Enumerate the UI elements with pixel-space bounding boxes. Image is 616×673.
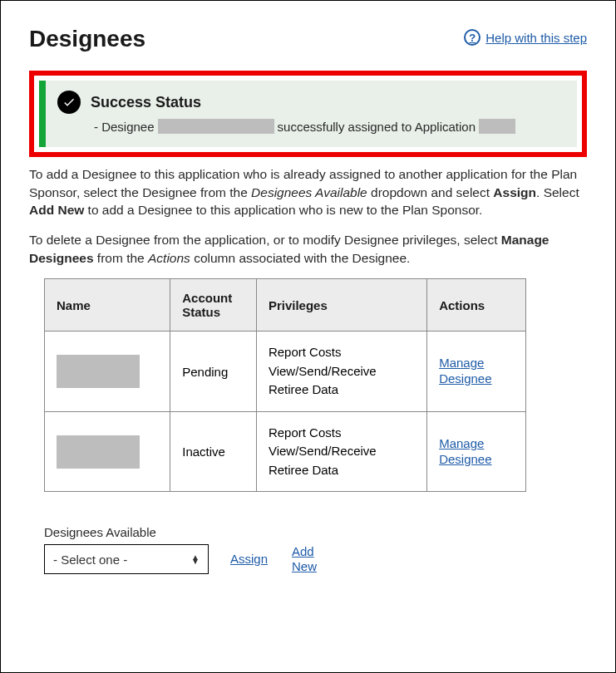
table-row: Inactive Report Costs View/Send/Receive … bbox=[45, 411, 526, 492]
add-new-link[interactable]: Add New bbox=[292, 544, 332, 574]
cell-actions: Manage Designee bbox=[427, 411, 526, 492]
redacted-name bbox=[57, 355, 140, 388]
designees-available: Designees Available - Select one - ▲▼ As… bbox=[44, 525, 587, 574]
redacted-designee-name bbox=[158, 119, 274, 134]
cell-actions: Manage Designee bbox=[427, 332, 526, 412]
table-head: Name Account Status Privileges Actions bbox=[45, 279, 526, 332]
table-header-row: Name Account Status Privileges Actions bbox=[45, 279, 526, 332]
col-actions: Actions bbox=[427, 279, 526, 332]
available-row: - Select one - ▲▼ Assign Add New bbox=[44, 544, 587, 574]
available-select[interactable]: - Select one - ▲▼ bbox=[44, 544, 209, 574]
help-link-label: Help with this step bbox=[485, 31, 587, 45]
col-name: Name bbox=[45, 279, 170, 332]
instructions: To add a Designee to this application wh… bbox=[29, 165, 587, 267]
select-placeholder: - Select one - bbox=[53, 553, 127, 567]
cell-name bbox=[45, 332, 170, 412]
table-row: Pending Report Costs View/Send/Receive R… bbox=[45, 332, 526, 412]
col-status: Account Status bbox=[170, 279, 257, 332]
redacted-name bbox=[57, 435, 140, 469]
success-head: Success Status bbox=[57, 91, 565, 114]
page-title: Designees bbox=[29, 26, 145, 52]
success-title: Success Status bbox=[91, 94, 201, 111]
chevron-updown-icon: ▲▼ bbox=[191, 555, 200, 563]
available-label: Designees Available bbox=[44, 525, 587, 539]
col-privileges: Privileges bbox=[256, 279, 426, 332]
cell-status: Inactive bbox=[170, 411, 257, 492]
cell-privileges: Report Costs View/Send/Receive Retiree D… bbox=[256, 332, 426, 412]
instructions-para1: To add a Designee to this application wh… bbox=[29, 165, 587, 219]
help-icon: ? bbox=[464, 29, 480, 46]
success-msg-mid: successfully assigned to Application bbox=[278, 120, 476, 134]
designees-table: Name Account Status Privileges Actions P… bbox=[44, 278, 526, 492]
header-row: Designees ? Help with this step bbox=[29, 21, 587, 52]
manage-designee-link[interactable]: Manage Designee bbox=[439, 356, 514, 387]
success-highlight: Success Status - Designee successfully a… bbox=[29, 71, 587, 157]
cell-name bbox=[45, 411, 170, 492]
success-message: - Designee successfully assigned to Appl… bbox=[94, 119, 565, 134]
help-link[interactable]: ? Help with this step bbox=[464, 29, 587, 46]
instructions-para2: To delete a Designee from the applicatio… bbox=[29, 231, 587, 267]
success-banner: Success Status - Designee successfully a… bbox=[39, 81, 577, 147]
cell-privileges: Report Costs View/Send/Receive Retiree D… bbox=[256, 411, 426, 492]
check-icon bbox=[57, 91, 81, 114]
assign-link[interactable]: Assign bbox=[230, 552, 270, 567]
manage-designee-link[interactable]: Manage Designee bbox=[439, 436, 514, 468]
page-frame: Designees ? Help with this step Success … bbox=[0, 0, 616, 673]
success-msg-prefix: - Designee bbox=[94, 120, 155, 134]
cell-status: Pending bbox=[170, 332, 257, 412]
redacted-application-id bbox=[479, 119, 515, 134]
